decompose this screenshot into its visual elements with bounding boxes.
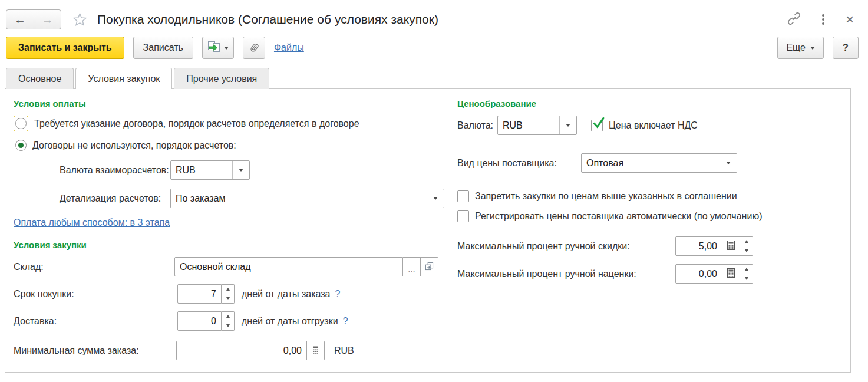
discount-calculator-button[interactable] [722,236,740,256]
calculator-icon [727,268,735,279]
nav-history-group: ← → [6,9,61,29]
files-link[interactable]: Файлы [274,37,304,59]
settlement-currency-label: Валюта взаиморасчетов: [60,165,170,176]
settlement-detail-label: Детализация расчетов: [60,193,170,204]
forbid-purchases-checkbox[interactable]: Запретить закупки по ценам выше указанны… [457,190,850,202]
attachments-button[interactable] [243,37,265,59]
forward-button[interactable]: → [34,10,61,29]
spin-up-button[interactable] [222,285,234,294]
dropdown-button[interactable] [232,161,249,179]
save-button[interactable]: Записать [133,37,193,59]
settlement-detail-combo[interactable]: По заказам [170,189,444,208]
get-link-icon[interactable] [787,12,801,28]
paperclip-icon [246,39,262,56]
open-form-icon [425,262,434,272]
triangle-up-icon [745,240,748,243]
purchase-term-field[interactable] [177,284,222,304]
pricing-header: Ценообразование [457,98,850,108]
kebab-menu-icon[interactable] [819,13,828,26]
warehouse-field[interactable] [174,257,403,276]
chevron-down-icon [433,197,438,200]
save-and-close-button[interactable]: Записать и закрыть [6,37,124,59]
calculator-icon [727,241,735,252]
min-order-sum-label: Минимальная сумма заказа: [14,345,176,356]
spin-down-button[interactable] [222,294,234,303]
tab-purchase-terms[interactable]: Условия закупок [75,68,172,89]
max-markup-spinner [740,264,753,284]
dropdown-button[interactable] [720,154,737,172]
chevron-down-icon [224,47,229,50]
warehouse-label: Склад: [14,262,174,272]
payment-and-purchase-column: Условия оплаты Требуется указание догово… [5,89,449,372]
warehouse-select-button[interactable]: ... [403,257,421,276]
purchase-term-suffix: дней от даты заказа [242,289,330,299]
radio-selected-icon [15,140,27,151]
triangle-down-icon [745,249,748,252]
pricing-column: Ценообразование Валюта: RUB Цена включае… [449,89,850,372]
tab-main[interactable]: Основное [6,68,74,89]
forward-arrow-icon: → [42,13,54,27]
max-discount-label: Максимальный процент ручной скидки: [457,241,675,252]
close-icon[interactable]: × [846,12,854,27]
purchase-terms-header: Условия закупки [14,240,449,250]
spin-down-button[interactable] [222,321,234,330]
triangle-up-icon [745,268,748,271]
ellipsis-icon: ... [408,263,415,271]
max-markup-label: Максимальный процент ручной наценки: [457,269,675,279]
spin-down-button[interactable] [740,246,753,255]
dropdown-button[interactable] [427,189,444,208]
settlement-currency-combo[interactable]: RUB [170,160,250,180]
vat-included-checkbox[interactable]: Цена включает НДС [591,120,698,131]
tab-other-terms[interactable]: Прочие условия [174,68,269,89]
spin-up-button[interactable] [740,265,753,274]
more-button-label: Еще [786,42,806,53]
form-toolbar: Записать и закрыть Записать Файлы Еще ? [0,37,868,59]
warehouse-open-button[interactable] [421,257,438,276]
delivery-label: Доставка: [14,316,177,327]
spin-down-button[interactable] [740,274,753,283]
favorite-star-icon[interactable] [72,12,88,28]
checkbox-checked-icon [591,120,603,131]
window-titlebar: ← → Покупка холодильников (Соглашение об… [0,0,868,31]
chevron-down-icon [726,162,731,164]
radio-icon [15,118,27,129]
min-sum-currency: RUB [334,345,354,356]
delivery-spinner [222,311,235,331]
payment-schedule-link[interactable]: Оплата любым способом: в 3 этапа [14,218,170,228]
max-markup-field[interactable] [675,264,722,284]
create-based-on-button[interactable] [202,37,234,59]
max-discount-field[interactable] [675,236,722,256]
titlebar-actions: × [787,12,854,28]
radio-no-contracts[interactable]: Договоры не используются, порядок расчет… [14,140,449,151]
form-tabs: Основное Условия закупок Прочие условия [6,68,868,89]
calculator-icon [312,345,319,356]
spin-up-button[interactable] [222,312,234,321]
create-based-on-icon [207,41,220,55]
dropdown-button[interactable] [559,116,576,134]
help-question-icon[interactable]: ? [343,316,348,327]
supplier-price-type-combo[interactable]: Оптовая [581,153,737,173]
help-button[interactable]: ? [833,37,859,59]
focus-ring [14,116,28,131]
chevron-down-icon [239,169,243,172]
tab-content-panel: Условия оплаты Требуется указание догово… [5,88,851,373]
markup-calculator-button[interactable] [722,264,740,284]
checkbox-unchecked-icon [457,210,469,222]
triangle-down-icon [226,324,230,327]
register-prices-checkbox[interactable]: Регистрировать цены поставщика автоматич… [457,210,850,222]
back-button[interactable]: ← [6,10,34,29]
checkbox-unchecked-icon [457,190,469,202]
delivery-field[interactable] [177,311,222,331]
purchase-term-spinner [222,284,235,304]
pricing-currency-combo[interactable]: RUB [497,116,577,135]
radio-contract-required[interactable]: Требуется указание договора, порядок рас… [14,116,449,131]
min-sum-calculator-button[interactable] [307,341,325,360]
min-order-sum-field[interactable] [176,341,307,360]
page-title: Покупка холодильников (Соглашение об усл… [97,12,438,27]
purchase-term-label: Срок покупки: [14,289,177,299]
triangle-down-icon [226,297,230,300]
more-button[interactable]: Еще [777,37,824,59]
triangle-up-icon [226,315,230,318]
help-question-icon[interactable]: ? [335,289,340,299]
spin-up-button[interactable] [740,237,753,246]
